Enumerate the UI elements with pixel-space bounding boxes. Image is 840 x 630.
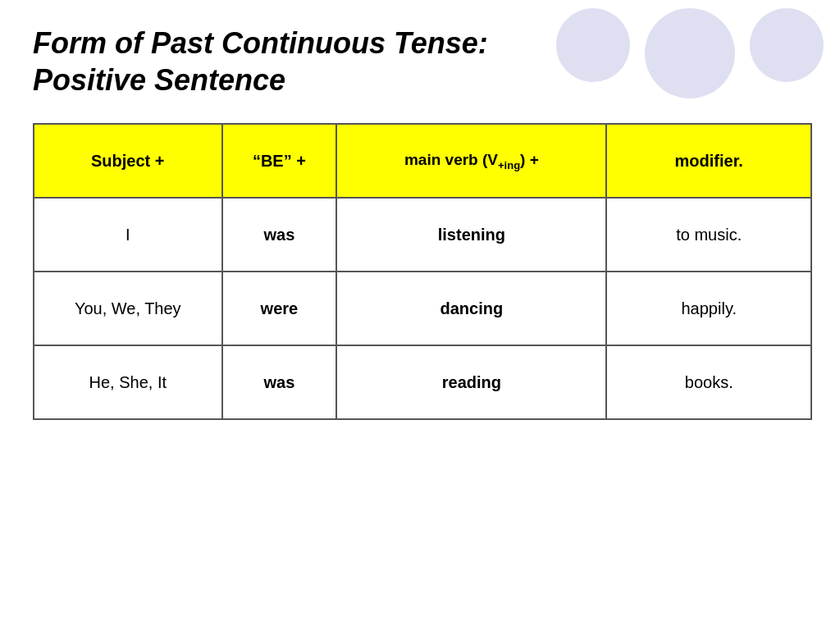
row3-verb: reading (336, 345, 606, 419)
row2-modifier: happily. (606, 272, 811, 345)
circle-1 (556, 8, 630, 82)
grammar-table: Subject + “BE” + main verb (V+ing) + mod… (33, 123, 812, 420)
header-be: “BE” + (222, 124, 337, 198)
row2-be: were (222, 272, 337, 345)
table-row-2: You, We, They were dancing happily. (34, 272, 811, 345)
circle-3 (750, 8, 824, 82)
row3-subject: He, She, It (34, 345, 222, 419)
row1-verb: listening (336, 198, 606, 272)
header-verb-post: ) + (520, 151, 539, 168)
circle-2 (645, 8, 735, 98)
row3-be: was (222, 345, 337, 419)
title-line2: Positive Sentence (33, 63, 285, 97)
row1-be: was (222, 198, 337, 272)
table-row-1: I was listening to music. (34, 198, 811, 272)
header-row: Subject + “BE” + main verb (V+ing) + mod… (34, 124, 811, 198)
page-container: Form of Past Continuous Tense: Positive … (0, 0, 840, 630)
row2-subject: You, We, They (34, 272, 222, 345)
header-subject: Subject + (34, 124, 222, 198)
row2-verb: dancing (336, 272, 606, 345)
row1-subject: I (34, 198, 222, 272)
header-verb-sup: +ing (498, 158, 520, 171)
decorative-circles (556, 8, 824, 98)
header-modifier: modifier. (606, 124, 811, 198)
header-verb-pre: main verb (V (404, 151, 498, 168)
row1-modifier: to music. (606, 198, 811, 272)
title-line1: Form of Past Continuous Tense: (33, 26, 488, 60)
header-main-verb: main verb (V+ing) + (336, 124, 606, 198)
row3-modifier: books. (606, 345, 811, 419)
table-row-3: He, She, It was reading books. (34, 345, 811, 419)
